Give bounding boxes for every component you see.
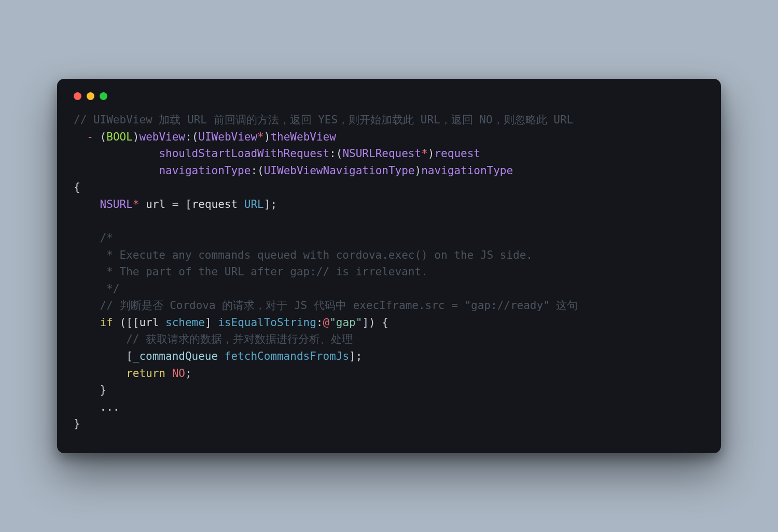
semicolon: ; <box>185 367 192 380</box>
selector-shouldstart: shouldStartLoadWithRequest <box>159 147 329 160</box>
indent <box>74 147 159 160</box>
id-commandqueue: _commandQueue <box>133 350 218 362</box>
code-block: // UIWebView 加载 URL 前回调的方法，返回 YES，则开始加载此… <box>74 111 704 432</box>
paren: ) <box>264 131 271 143</box>
bracket-semi: ]; <box>264 198 277 211</box>
arg-request: request <box>434 147 480 160</box>
bracket: [ <box>74 350 133 362</box>
close-icon[interactable] <box>74 92 81 100</box>
selector-navtype: navigationType <box>159 164 251 177</box>
type-nsurlrequest: NSURLRequest <box>342 147 421 160</box>
block-comment: /* <box>74 232 113 244</box>
brace-open: { <box>74 181 80 193</box>
bracket-semi: ]; <box>349 350 362 362</box>
objc-dash: - <box>87 131 93 143</box>
string-gap: "gap" <box>329 316 362 329</box>
indent <box>74 316 100 329</box>
comment-line: // 获取请求的数据，并对数据进行分析、处理 <box>74 333 353 345</box>
comment-line: // UIWebView 加载 URL 前回调的方法，返回 YES，则开始加载此… <box>74 114 573 126</box>
space <box>165 367 172 380</box>
equals: = <box>165 198 185 211</box>
msg-scheme: scheme <box>165 316 205 329</box>
colon: : <box>251 164 257 177</box>
bracket: [ <box>185 198 192 211</box>
block-comment: * The part of the URL after gap:// is ir… <box>74 265 428 278</box>
paren: ( <box>192 131 199 143</box>
type-navtype: UIWebViewNavigationType <box>264 164 415 177</box>
indent <box>74 198 100 211</box>
paren: ( <box>257 164 264 177</box>
id-url: url <box>146 198 165 211</box>
space <box>159 316 165 329</box>
const-no: NO <box>172 367 185 380</box>
at-sign: @ <box>323 316 330 329</box>
kw-if: if <box>100 316 113 329</box>
star: * <box>133 198 140 211</box>
star: * <box>257 131 264 143</box>
paren: ) <box>415 164 422 177</box>
space <box>218 350 225 362</box>
space <box>238 198 244 211</box>
msg-fetch: fetchCommandsFromJs <box>225 350 349 362</box>
brace-close-inner: } <box>74 384 106 396</box>
space <box>139 198 146 211</box>
block-comment: * Execute any commands queued with cordo… <box>74 249 533 261</box>
indent <box>74 367 126 380</box>
zoom-icon[interactable] <box>100 92 107 100</box>
msg-isequal: isEqualToString <box>218 316 316 329</box>
paren: ) <box>428 147 435 160</box>
colon: : <box>316 316 323 329</box>
stage: // UIWebView 加载 URL 前回调的方法，返回 YES，则开始加载此… <box>0 0 778 532</box>
if-close: ]) { <box>362 316 388 329</box>
indent <box>74 164 159 177</box>
code-window: // UIWebView 加载 URL 前回调的方法，返回 YES，则开始加载此… <box>57 79 721 453</box>
type-nsurl: NSURL <box>100 198 133 211</box>
selector-webview: webView <box>139 131 185 143</box>
id-request: request <box>192 198 238 211</box>
block-comment: */ <box>74 283 120 295</box>
paren: ) <box>133 131 140 143</box>
window-traffic-lights <box>74 92 704 100</box>
ellipsis: ... <box>74 401 120 413</box>
star: * <box>421 147 428 160</box>
msg-url: URL <box>244 198 264 211</box>
id-url: url <box>139 316 159 329</box>
bracket-close: ] <box>205 316 218 329</box>
brace-close: } <box>74 417 80 430</box>
arg-thewebview: theWebView <box>270 131 336 143</box>
colon: : <box>185 131 192 143</box>
type-bool: BOOL <box>106 131 133 143</box>
colon: : <box>329 147 336 160</box>
type-uiwebview: UIWebView <box>198 131 257 143</box>
arg-navtype: navigationType <box>421 164 513 177</box>
kw-return: return <box>126 367 165 380</box>
paren: ( <box>93 131 106 143</box>
paren: ( <box>336 147 343 160</box>
minimize-icon[interactable] <box>87 92 94 100</box>
if-open: ([[ <box>113 316 140 329</box>
comment-line: // 判断是否 Cordova 的请求，对于 JS 代码中 execIframe… <box>74 299 578 312</box>
